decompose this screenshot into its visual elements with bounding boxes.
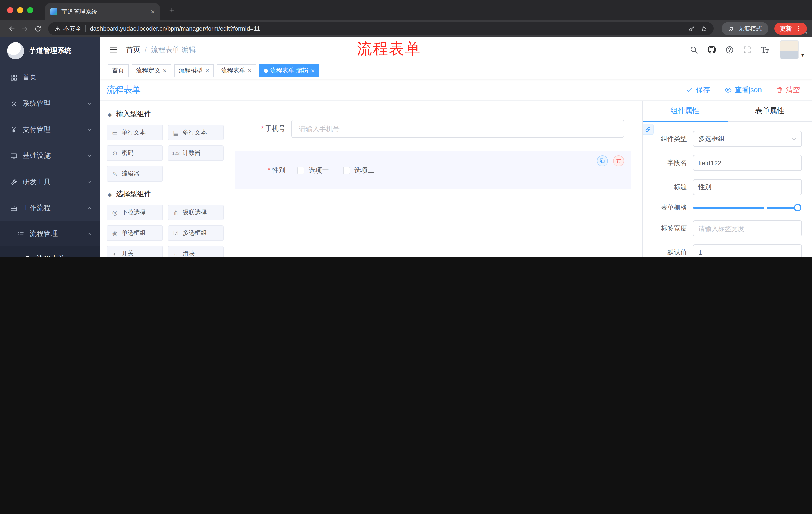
- tag-home[interactable]: 首页: [108, 64, 128, 77]
- properties-body: 组件类型 字段名: [643, 122, 812, 257]
- sidebar-item-system[interactable]: 系统管理: [0, 90, 100, 117]
- tab-close-icon[interactable]: ×: [151, 8, 155, 15]
- phone-field-row[interactable]: *手机号: [230, 120, 642, 138]
- app-navbar: 首页 / 流程表单-编辑 流程表单 ▾: [100, 37, 812, 62]
- required-mark: *: [261, 125, 264, 132]
- chip-radio-group[interactable]: ◉单选框组: [107, 225, 163, 241]
- tab-form-props[interactable]: 表单属性: [727, 101, 812, 121]
- clear-button[interactable]: 清空: [776, 85, 800, 94]
- browser-chrome: 芋道管理系统 × 不安全 dashboard.yudao.iocoder.cn/…: [0, 0, 812, 37]
- save-button[interactable]: 保存: [686, 85, 710, 94]
- form-canvas[interactable]: *手机号 *性别 选项一 选项二: [230, 101, 642, 257]
- sidebar-title: 芋道管理系统: [29, 46, 71, 55]
- sidebar-item-payment[interactable]: 支付管理: [0, 117, 100, 143]
- security-chip[interactable]: 不安全: [54, 24, 81, 33]
- traffic-minimize-button[interactable]: [17, 7, 23, 13]
- address-bar[interactable]: 不安全 dashboard.yudao.iocoder.cn/bpm/manag…: [48, 22, 714, 35]
- search-icon[interactable]: [689, 45, 698, 54]
- chip-password[interactable]: ⊙密码: [107, 145, 163, 161]
- breadcrumb-home[interactable]: 首页: [126, 45, 140, 54]
- link-icon: [645, 126, 651, 133]
- fullscreen-icon[interactable]: [743, 45, 752, 54]
- checkbox-option-1[interactable]: 选项一: [297, 166, 329, 175]
- forward-button[interactable]: [18, 22, 31, 35]
- incognito-icon: [728, 25, 735, 32]
- properties-panel: 组件属性 表单属性 组件类型: [642, 101, 812, 257]
- view-json-button[interactable]: 查看json: [724, 85, 762, 94]
- copy-icon: [600, 158, 606, 164]
- slider-handle[interactable]: [794, 204, 802, 212]
- designer-header: 流程表单 保存 查看json: [100, 79, 812, 101]
- github-icon[interactable]: [707, 45, 717, 54]
- palette-chips-select: ◎下拉选择 ⋔级联选择 ◉单选框组 ☑多选框组 ◐开关 ↔滑块 ◔时间选择 ◕时…: [107, 205, 224, 257]
- tag-close-icon[interactable]: ×: [205, 67, 209, 74]
- tag-close-icon[interactable]: ×: [311, 67, 315, 74]
- chip-select[interactable]: ◎下拉选择: [107, 205, 163, 220]
- update-button[interactable]: 更新 ⋮: [774, 23, 807, 35]
- tag-close-icon[interactable]: ×: [163, 67, 167, 74]
- chip-multi-line-text[interactable]: ▤多行文本: [168, 125, 224, 140]
- traffic-zoom-button[interactable]: [27, 7, 33, 13]
- chip-counter[interactable]: 123计数器: [168, 145, 224, 161]
- selected-component-gender[interactable]: *性别 选项一 选项二: [235, 151, 631, 189]
- security-label: 不安全: [63, 24, 81, 33]
- sidebar-item-home[interactable]: 首页: [0, 64, 100, 90]
- trash-icon: [615, 158, 621, 164]
- field-name-input[interactable]: [693, 155, 802, 171]
- component-type-select[interactable]: [693, 131, 802, 147]
- title-input[interactable]: [693, 179, 802, 195]
- chip-switch[interactable]: ◐开关: [107, 246, 163, 257]
- user-menu[interactable]: ▾: [780, 40, 804, 59]
- sidebar-item-infra[interactable]: 基础设施: [0, 143, 100, 169]
- link-badge-button[interactable]: [643, 124, 654, 135]
- cascader-icon: ⋔: [172, 209, 180, 216]
- delete-component-button[interactable]: [613, 155, 624, 166]
- tags-view: 首页 流程定义× 流程模型× 流程表单× 流程表单-编辑×: [100, 62, 812, 79]
- counter-icon: 123: [172, 151, 180, 156]
- checkbox-option-2[interactable]: 选项二: [343, 166, 374, 175]
- tag-process-definition[interactable]: 流程定义×: [132, 64, 171, 77]
- browser-toolbar: 不安全 dashboard.yudao.iocoder.cn/bpm/manag…: [0, 20, 812, 37]
- sidebar-item-process-form[interactable]: 流程表单: [0, 246, 100, 257]
- browser-tab[interactable]: 芋道管理系统 ×: [45, 3, 160, 20]
- new-tab-button[interactable]: [168, 6, 176, 14]
- tag-process-form-edit[interactable]: 流程表单-编辑×: [259, 64, 319, 77]
- sidebar: 芋道管理系统 首页 系统管理 支付管理 基础设施: [0, 37, 100, 257]
- tag-process-form[interactable]: 流程表单×: [216, 64, 256, 77]
- toolbar-caret-icon[interactable]: ▾: [805, 31, 808, 35]
- back-button[interactable]: [5, 22, 18, 35]
- label-width-input[interactable]: [693, 220, 802, 236]
- hamburger-icon[interactable]: [109, 45, 118, 54]
- sidebar-item-workflow[interactable]: 工作流程: [0, 195, 100, 221]
- chip-slider[interactable]: ↔滑块: [168, 246, 224, 257]
- sidebar-item-process-mgmt[interactable]: 流程管理: [0, 221, 100, 246]
- chevron-up-icon: [86, 205, 92, 211]
- default-value-input[interactable]: [693, 244, 802, 257]
- monitor-icon: [10, 152, 18, 160]
- font-size-icon[interactable]: [760, 45, 769, 54]
- chip-cascader[interactable]: ⋔级联选择: [168, 205, 224, 220]
- sidebar-logo[interactable]: 芋道管理系统: [0, 37, 100, 64]
- designer-actions: 保存 查看json 清空: [686, 85, 800, 94]
- avatar[interactable]: [780, 40, 799, 59]
- tag-process-model[interactable]: 流程模型×: [174, 64, 213, 77]
- key-icon[interactable]: [688, 25, 695, 32]
- tag-close-icon[interactable]: ×: [248, 67, 252, 74]
- help-icon[interactable]: [725, 45, 734, 54]
- designer-body: ◈ 输入型组件 ▭单行文本 ▤多行文本 ⊙密码 123计数器 ✎编辑器: [100, 101, 812, 257]
- bookmark-star-icon[interactable]: [700, 25, 707, 32]
- tab-component-props[interactable]: 组件属性: [643, 101, 727, 121]
- chip-single-line-text[interactable]: ▭单行文本: [107, 125, 163, 140]
- chip-editor[interactable]: ✎编辑器: [107, 166, 163, 182]
- sidebar-item-devtools[interactable]: 研发工具: [0, 169, 100, 195]
- browser-menu-icon[interactable]: ⋮: [795, 25, 802, 32]
- checkbox-box[interactable]: [297, 167, 304, 174]
- traffic-close-button[interactable]: [7, 7, 13, 13]
- reload-button[interactable]: [31, 22, 44, 35]
- grid-slider[interactable]: [693, 207, 798, 209]
- phone-input[interactable]: [291, 120, 624, 138]
- copy-component-button[interactable]: [597, 155, 608, 166]
- checkbox-box[interactable]: [343, 167, 350, 174]
- navbar-actions: ▾: [689, 40, 804, 59]
- chip-checkbox-group[interactable]: ☑多选框组: [168, 225, 224, 241]
